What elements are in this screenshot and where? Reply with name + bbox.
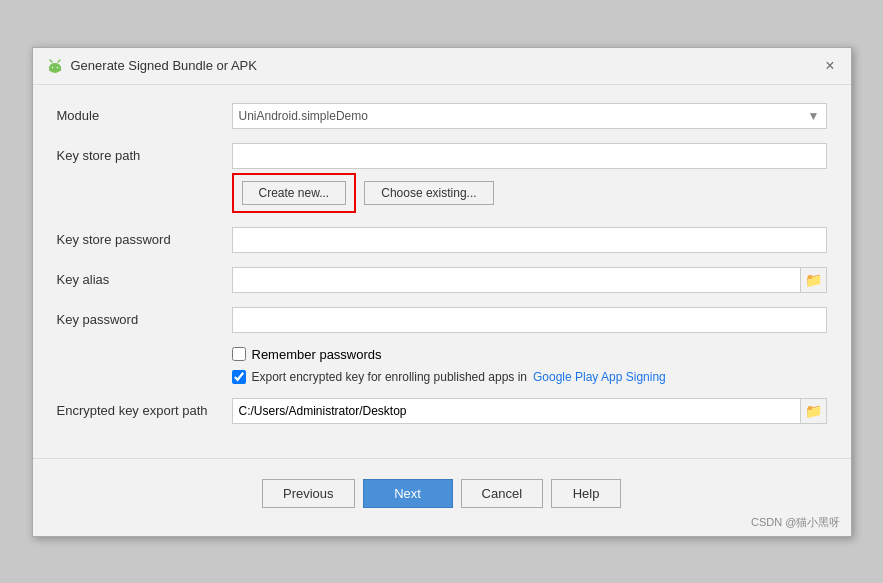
encrypted-export-path-row: Encrypted key export path 📁	[57, 398, 827, 424]
key-alias-input-wrapper: 📁	[232, 267, 827, 293]
key-alias-row: Key alias 📁	[57, 267, 827, 293]
key-store-path-input[interactable]	[232, 143, 827, 169]
key-alias-label: Key alias	[57, 272, 232, 287]
choose-existing-button[interactable]: Choose existing...	[364, 181, 493, 205]
key-store-password-row: Key store password	[57, 227, 827, 253]
google-play-link[interactable]: Google Play App Signing	[533, 370, 666, 384]
remember-passwords-checkbox[interactable]	[232, 347, 246, 361]
svg-rect-1	[50, 65, 60, 71]
close-button[interactable]: ×	[823, 58, 836, 74]
next-button[interactable]: Next	[363, 479, 453, 508]
title-bar: Generate Signed Bundle or APK ×	[33, 48, 851, 85]
dialog-title: Generate Signed Bundle or APK	[71, 58, 257, 73]
cancel-button[interactable]: Cancel	[461, 479, 543, 508]
module-select-arrow: ▼	[808, 109, 820, 123]
remember-passwords-row: Remember passwords	[232, 347, 827, 362]
key-store-path-label: Key store path	[57, 148, 232, 163]
divider	[33, 458, 851, 459]
key-password-input[interactable]	[232, 307, 827, 333]
watermark: CSDN @猫小黑呀	[751, 515, 840, 530]
previous-button[interactable]: Previous	[262, 479, 355, 508]
svg-rect-7	[59, 67, 60, 71]
module-select[interactable]: UniAndroid.simpleDemo ▼	[232, 103, 827, 129]
title-bar-left: Generate Signed Bundle or APK	[47, 58, 257, 74]
encrypted-export-path-input[interactable]	[232, 398, 801, 424]
key-alias-folder-icon[interactable]: 📁	[801, 267, 827, 293]
create-new-highlight: Create new...	[232, 173, 357, 213]
key-password-label: Key password	[57, 312, 232, 327]
key-store-password-input[interactable]	[232, 227, 827, 253]
help-button[interactable]: Help	[551, 479, 621, 508]
remember-passwords-label: Remember passwords	[252, 347, 382, 362]
dialog: Generate Signed Bundle or APK × Module U…	[32, 47, 852, 537]
encrypted-export-path-wrapper: 📁	[232, 398, 827, 424]
svg-rect-6	[49, 67, 50, 71]
module-label: Module	[57, 108, 232, 123]
android-icon	[47, 58, 63, 74]
svg-point-5	[56, 66, 58, 68]
export-encrypted-checkbox[interactable]	[232, 370, 246, 384]
create-new-button[interactable]: Create new...	[242, 181, 347, 205]
module-value: UniAndroid.simpleDemo	[239, 109, 368, 123]
module-row: Module UniAndroid.simpleDemo ▼	[57, 103, 827, 129]
svg-line-2	[50, 60, 52, 62]
encrypted-export-folder-icon[interactable]: 📁	[801, 398, 827, 424]
button-row: Previous Next Cancel Help	[33, 467, 851, 524]
key-store-btn-row: Create new... Choose existing...	[232, 173, 827, 213]
dialog-content: Module UniAndroid.simpleDemo ▼ Key store…	[33, 85, 851, 450]
export-encrypted-text-before: Export encrypted key for enrolling publi…	[252, 370, 528, 384]
key-store-password-label: Key store password	[57, 232, 232, 247]
svg-line-3	[58, 60, 60, 62]
key-password-row: Key password	[57, 307, 827, 333]
export-encrypted-row: Export encrypted key for enrolling publi…	[232, 370, 827, 384]
svg-point-4	[51, 66, 53, 68]
encrypted-export-path-label: Encrypted key export path	[57, 403, 232, 418]
key-alias-input[interactable]	[232, 267, 801, 293]
key-store-path-row: Key store path	[57, 143, 827, 169]
